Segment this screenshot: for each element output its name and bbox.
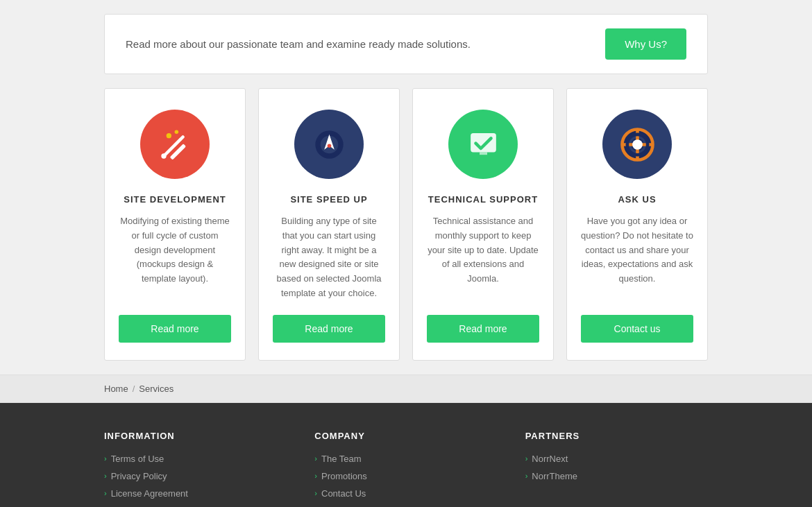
link-the-team[interactable]: › The Team (314, 454, 497, 464)
norrnext-label: NorrNext (532, 454, 568, 464)
svg-point-2 (174, 130, 178, 134)
support-title: TECHNICAL SUPPORT (428, 194, 538, 205)
chevron-icon: › (314, 489, 317, 497)
breadcrumb: Home / Services (104, 384, 708, 394)
svg-point-19 (632, 139, 643, 150)
chevron-icon: › (314, 472, 317, 480)
breadcrumb-bar: Home / Services (0, 375, 812, 403)
ask-title: ASK US (618, 194, 656, 205)
svg-point-5 (161, 153, 166, 158)
link-norrtheme[interactable]: › NorrTheme (525, 471, 708, 481)
support-desc: Technical assistance and monthly support… (427, 214, 539, 301)
dev-desc: Modifying of existing theme or full cycl… (119, 214, 231, 301)
breadcrumb-current: Services (139, 384, 174, 394)
footer: INFORMATION › Terms of Use › Privacy Pol… (0, 403, 812, 507)
partners-title: PARTNERS (525, 431, 708, 441)
chevron-icon: › (104, 472, 107, 480)
speed-title: SITE SPEED UP (290, 194, 367, 205)
link-promotions[interactable]: › Promotions (314, 471, 497, 481)
ask-desc: Have you got any idea or question? Do no… (581, 214, 693, 301)
link-privacy-policy[interactable]: › Privacy Policy (104, 471, 287, 481)
why-us-button[interactable]: Why Us? (605, 28, 686, 60)
card-ask: ASK US Have you got any idea or question… (566, 88, 708, 361)
promotions-label: Promotions (321, 471, 367, 481)
cards-section: SITE DEVELOPMENT Modifying of existing t… (104, 88, 708, 361)
svg-point-9 (327, 144, 331, 148)
footer-col-partners: PARTNERS › NorrNext › NorrTheme (525, 431, 708, 506)
chevron-icon: › (525, 454, 528, 463)
link-terms-of-use[interactable]: › Terms of Use (104, 454, 287, 464)
link-license-agreement[interactable]: › License Agreement (104, 488, 287, 499)
footer-col-company: COMPANY › The Team › Promotions › Contac… (314, 431, 497, 506)
banner: Read more about our passionate team and … (104, 14, 708, 74)
speed-icon (294, 110, 364, 179)
dev-button[interactable]: Read more (119, 315, 231, 343)
footer-col-information: INFORMATION › Terms of Use › Privacy Pol… (104, 431, 287, 506)
link-contact-us[interactable]: › Contact Us (314, 488, 497, 499)
svg-rect-11 (480, 152, 487, 155)
link-norrnext[interactable]: › NorrNext (525, 454, 708, 464)
license-label: License Agreement (111, 488, 188, 499)
privacy-label: Privacy Policy (111, 471, 167, 481)
chevron-icon: › (314, 454, 317, 463)
company-title: COMPANY (314, 431, 497, 441)
card-support: TECHNICAL SUPPORT Technical assistance a… (412, 88, 554, 361)
chevron-icon: › (104, 489, 107, 497)
svg-point-1 (166, 133, 171, 138)
team-label: The Team (321, 454, 362, 464)
support-icon (448, 110, 518, 179)
speed-button[interactable]: Read more (273, 315, 385, 343)
speed-desc: Building any type of site that you can s… (273, 214, 385, 301)
card-speed: SITE SPEED UP Building any type of site … (258, 88, 400, 361)
breadcrumb-home[interactable]: Home (104, 384, 128, 394)
ask-icon (602, 110, 672, 179)
chevron-icon: › (525, 472, 528, 480)
ask-button[interactable]: Contact us (581, 315, 693, 343)
card-dev: SITE DEVELOPMENT Modifying of existing t… (104, 88, 246, 361)
svg-line-4 (164, 137, 183, 156)
terms-label: Terms of Use (111, 454, 164, 464)
dev-title: SITE DEVELOPMENT (124, 194, 226, 205)
norrtheme-label: NorrTheme (532, 471, 577, 481)
breadcrumb-separator: / (133, 384, 135, 394)
banner-text: Read more about our passionate team and … (126, 38, 471, 50)
support-button[interactable]: Read more (427, 315, 539, 343)
chevron-icon: › (104, 454, 107, 463)
dev-icon (140, 110, 210, 179)
contact-label: Contact Us (321, 488, 366, 499)
information-title: INFORMATION (104, 431, 287, 441)
footer-columns: INFORMATION › Terms of Use › Privacy Pol… (104, 431, 708, 506)
